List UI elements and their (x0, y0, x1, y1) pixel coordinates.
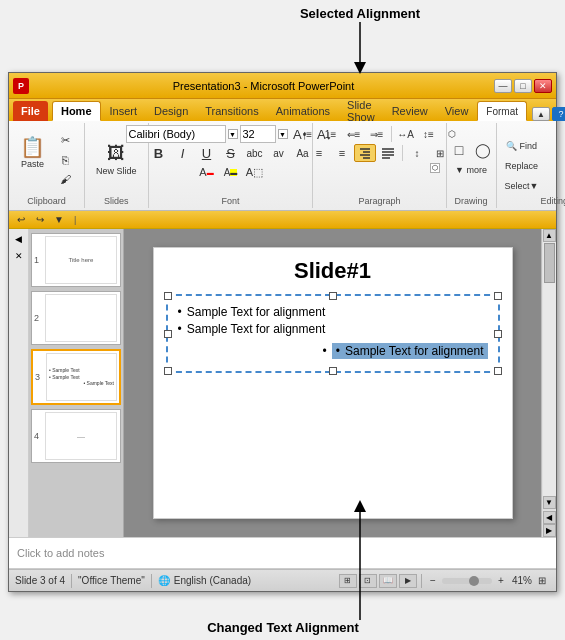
replace-button[interactable]: Replace (503, 157, 541, 175)
select-button[interactable]: Select▼ (503, 177, 541, 195)
ribbon-collapse-button[interactable]: ▲ (532, 107, 550, 121)
tab-transitions[interactable]: Transitions (197, 101, 266, 121)
underline-button[interactable]: U (196, 144, 218, 162)
shadow-button[interactable]: abc (244, 144, 266, 162)
handle-middle-left[interactable] (164, 330, 172, 338)
slide-edit-area: Slide#1 Sample Text (124, 229, 541, 537)
zoom-in-button[interactable]: + (494, 574, 508, 588)
tab-insert[interactable]: Insert (102, 101, 146, 121)
scroll-prev-slide-button[interactable]: ◀ (543, 511, 556, 524)
italic-button[interactable]: I (172, 144, 194, 162)
slide-preview-2 (45, 294, 117, 342)
tab-home[interactable]: Home (52, 101, 101, 121)
text-direction-button[interactable]: ↔A (395, 125, 417, 143)
normal-view-button[interactable]: ⊞ (339, 574, 357, 588)
clear-format-button[interactable]: A⬚ (244, 163, 266, 181)
handle-top-left[interactable] (164, 292, 172, 300)
strikethrough-button[interactable]: S (220, 144, 242, 162)
scroll-thumb[interactable] (544, 243, 555, 283)
text-box[interactable]: Sample Text for alignment Sample Text fo… (166, 294, 500, 373)
cut-button[interactable]: ✂ (52, 132, 78, 150)
indent-increase-button[interactable]: ⇒≡ (366, 125, 388, 143)
slide-thumb-2[interactable]: 2 (31, 291, 121, 345)
tab-format[interactable]: Format (477, 101, 527, 121)
tab-animations[interactable]: Animations (268, 101, 338, 121)
outline-collapse-button[interactable]: ◀ (11, 231, 27, 247)
bottom-area: Click to add notes Slide 3 of 4 "Office … (9, 537, 556, 591)
drawing-shape-1[interactable]: □ (448, 141, 470, 159)
qa-customize-button[interactable]: ▼ (51, 213, 67, 227)
paste-button[interactable]: 📋 Paste (15, 125, 50, 181)
reading-view-button[interactable]: 📖 (379, 574, 397, 588)
window-controls: — □ ✕ (494, 79, 552, 93)
tab-design[interactable]: Design (146, 101, 196, 121)
handle-bottom-right[interactable] (494, 367, 502, 375)
close-button[interactable]: ✕ (534, 79, 552, 93)
redo-button[interactable]: ↪ (32, 213, 48, 227)
font-expand-button[interactable]: ▼ (228, 129, 238, 139)
slide-thumb-4[interactable]: 4 — (31, 409, 121, 463)
tab-slideshow[interactable]: Slide Show (339, 101, 383, 121)
format-painter-button[interactable]: 🖌 (52, 170, 78, 188)
tab-view[interactable]: View (437, 101, 477, 121)
handle-bottom-left[interactable] (164, 367, 172, 375)
notes-area[interactable]: Click to add notes (9, 537, 556, 569)
handle-top-right[interactable] (494, 292, 502, 300)
drawing-shape-2[interactable]: ◯ (472, 141, 494, 159)
slide-thumb-1[interactable]: 1 Title here (31, 233, 121, 287)
notes-placeholder: Click to add notes (17, 547, 104, 559)
tab-review[interactable]: Review (384, 101, 436, 121)
align-left-button[interactable]: ≡ (308, 144, 330, 162)
find-button[interactable]: 🔍 Find (503, 137, 541, 155)
font-size-expand-button[interactable]: ▼ (278, 129, 288, 139)
numbering-button[interactable]: 1≡ (320, 125, 342, 143)
justify-button[interactable] (377, 144, 399, 162)
handle-middle-right[interactable] (494, 330, 502, 338)
font-color-button[interactable]: A▬ (196, 163, 218, 181)
slide-title: Slide#1 (154, 248, 512, 290)
slide-canvas[interactable]: Slide#1 Sample Text (153, 247, 513, 519)
slide4-text: — (77, 432, 85, 441)
outline-close-button[interactable]: ✕ (11, 248, 27, 264)
scroll-next-slide-button[interactable]: ▶ (543, 524, 556, 537)
maximize-button[interactable]: □ (514, 79, 532, 93)
clipboard-group: 📋 Paste ✂ ⎘ 🖌 Clipboard (9, 123, 85, 208)
svg-text:Changed Text Alignment: Changed Text Alignment (207, 620, 359, 635)
svg-text:Selected Alignment: Selected Alignment (300, 6, 421, 21)
font-name-input[interactable] (126, 125, 226, 143)
align-center-button[interactable]: ≡ (331, 144, 353, 162)
align-text-button[interactable]: ↕≡ (418, 125, 440, 143)
font-size-input[interactable] (240, 125, 276, 143)
left-toolbar: ◀ ✕ (9, 229, 29, 537)
slides-label: Slides (104, 194, 129, 206)
paragraph-expand-button[interactable]: ⬡ (430, 163, 440, 173)
line-spacing-button[interactable]: ↕ (406, 144, 428, 162)
undo-button[interactable]: ↩ (13, 213, 29, 227)
tab-file[interactable]: File (13, 101, 48, 121)
scroll-down-button[interactable]: ▼ (543, 496, 556, 509)
slide-sorter-button[interactable]: ⊡ (359, 574, 377, 588)
slide-thumb-3[interactable]: 3 • Sample Text • Sample Text • Sample T… (31, 349, 121, 405)
bold-button[interactable]: B (148, 144, 170, 162)
scroll-track[interactable] (543, 242, 556, 496)
scroll-up-button[interactable]: ▲ (543, 229, 556, 242)
fit-slide-button[interactable]: ⊞ (534, 574, 550, 588)
drawing-expand-button[interactable]: ▼ more (451, 161, 491, 179)
paragraph-group: •≡ 1≡ ⇐≡ ⇒≡ ↔A ↕≡ ⬡ ≡ ≡ (313, 123, 446, 208)
handle-bottom-center[interactable] (329, 367, 337, 375)
bullets-button[interactable]: •≡ (297, 125, 319, 143)
zoom-slider-thumb[interactable] (469, 576, 479, 586)
zoom-out-button[interactable]: − (426, 574, 440, 588)
help-button[interactable]: ? (552, 107, 565, 121)
slide1-text: Title here (69, 257, 94, 263)
minimize-button[interactable]: — (494, 79, 512, 93)
align-right-button[interactable] (354, 144, 376, 162)
spacing-button[interactable]: av (268, 144, 290, 162)
slide-preview-3: • Sample Text • Sample Text • Sample Tex… (46, 353, 117, 401)
indent-decrease-button[interactable]: ⇐≡ (343, 125, 365, 143)
copy-button[interactable]: ⎘ (52, 151, 78, 169)
slideshow-button[interactable]: ▶ (399, 574, 417, 588)
zoom-slider[interactable] (442, 578, 492, 584)
handle-top-center[interactable] (329, 292, 337, 300)
text-highlight-button[interactable]: A▬ (220, 163, 242, 181)
